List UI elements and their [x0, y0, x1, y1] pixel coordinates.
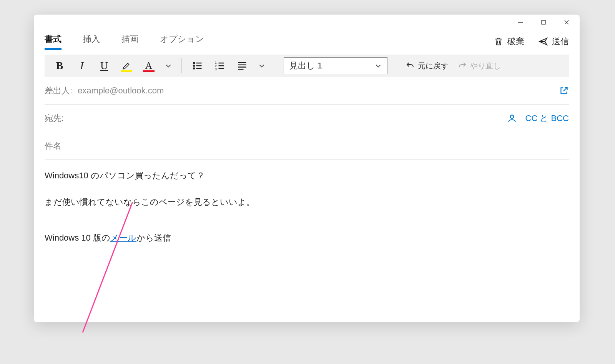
- paragraph-align-button[interactable]: [232, 57, 253, 75]
- undo-label: 元に戻す: [418, 61, 449, 71]
- tab-format[interactable]: 書式: [45, 33, 62, 50]
- tab-draw[interactable]: 描画: [121, 33, 138, 50]
- titlebar: [34, 15, 580, 30]
- style-selected-label: 見出し 1: [289, 60, 322, 71]
- underline-button[interactable]: U: [94, 57, 115, 75]
- trash-icon: [494, 37, 504, 47]
- subject-field[interactable]: 件名: [45, 132, 569, 160]
- undo-icon: [406, 61, 415, 70]
- body-line-2: まだ使い慣れてないならこのページを見るといいよ。: [45, 196, 569, 208]
- bulleted-list-button[interactable]: [187, 57, 208, 75]
- tab-insert[interactable]: 挿入: [83, 33, 100, 50]
- signature-mail-link[interactable]: メール: [110, 233, 136, 243]
- ribbon-tabs: 書式 挿入 描画 オプション: [45, 33, 204, 50]
- format-toolbar: B I U A 123 見出し 1 元に戻す やり直し: [45, 55, 569, 77]
- send-button[interactable]: 送信: [538, 36, 569, 47]
- svg-point-6: [193, 68, 194, 69]
- signature-line: Windows 10 版のメールから送信: [45, 231, 569, 244]
- discard-button[interactable]: 破棄: [494, 36, 524, 47]
- numbered-list-button[interactable]: 123: [209, 57, 230, 75]
- mail-compose-window: 書式 挿入 描画 オプション 破棄 送信 B I U A: [34, 15, 580, 322]
- numbered-list-icon: 123: [214, 60, 225, 71]
- font-more-dropdown[interactable]: [161, 57, 176, 75]
- svg-point-5: [193, 65, 194, 66]
- tab-options[interactable]: オプション: [160, 33, 204, 50]
- header-fields: 差出人: example@outlook.com 宛先: CC と BCC 件名: [34, 77, 580, 160]
- to-field[interactable]: 宛先: CC と BCC: [45, 105, 569, 132]
- body-line-1: Windows10 のパソコン買ったんだって？: [45, 169, 569, 182]
- redo-label: やり直し: [470, 61, 501, 71]
- chevron-down-icon: [165, 62, 172, 69]
- discard-label: 破棄: [507, 36, 524, 47]
- send-label: 送信: [552, 36, 569, 47]
- close-button[interactable]: [555, 15, 578, 30]
- subject-placeholder: 件名: [45, 140, 62, 152]
- svg-rect-1: [542, 20, 545, 24]
- list-more-dropdown[interactable]: [254, 57, 269, 75]
- chevron-down-icon: [375, 62, 382, 69]
- svg-text:3: 3: [215, 68, 217, 71]
- align-icon: [237, 60, 248, 71]
- popout-icon[interactable]: [559, 86, 569, 96]
- from-label: 差出人:: [45, 85, 72, 96]
- italic-button[interactable]: I: [71, 57, 92, 75]
- to-label: 宛先:: [45, 113, 64, 124]
- svg-point-4: [193, 62, 194, 63]
- chevron-down-icon: [258, 62, 265, 69]
- highlighter-icon: [121, 61, 131, 71]
- from-value: example@outlook.com: [78, 86, 164, 96]
- send-icon: [538, 37, 548, 47]
- contacts-icon[interactable]: [507, 113, 517, 123]
- maximize-button[interactable]: [532, 15, 555, 30]
- style-selector[interactable]: 見出し 1: [284, 57, 387, 74]
- redo-icon: [458, 61, 467, 70]
- from-field[interactable]: 差出人: example@outlook.com: [45, 77, 569, 105]
- undo-button[interactable]: 元に戻す: [402, 61, 452, 71]
- highlight-button[interactable]: [116, 57, 137, 75]
- bullet-list-icon: [192, 60, 203, 71]
- cc-bcc-toggle[interactable]: CC と BCC: [525, 113, 569, 124]
- redo-button[interactable]: やり直し: [454, 61, 505, 71]
- message-body[interactable]: Windows10 のパソコン買ったんだって？ まだ使い慣れてないならこのページ…: [34, 160, 580, 322]
- svg-point-20: [510, 115, 514, 118]
- bold-button[interactable]: B: [49, 57, 70, 75]
- ribbon-tabs-row: 書式 挿入 描画 オプション 破棄 送信: [34, 30, 580, 53]
- minimize-button[interactable]: [509, 15, 532, 30]
- font-color-button[interactable]: A: [138, 57, 159, 75]
